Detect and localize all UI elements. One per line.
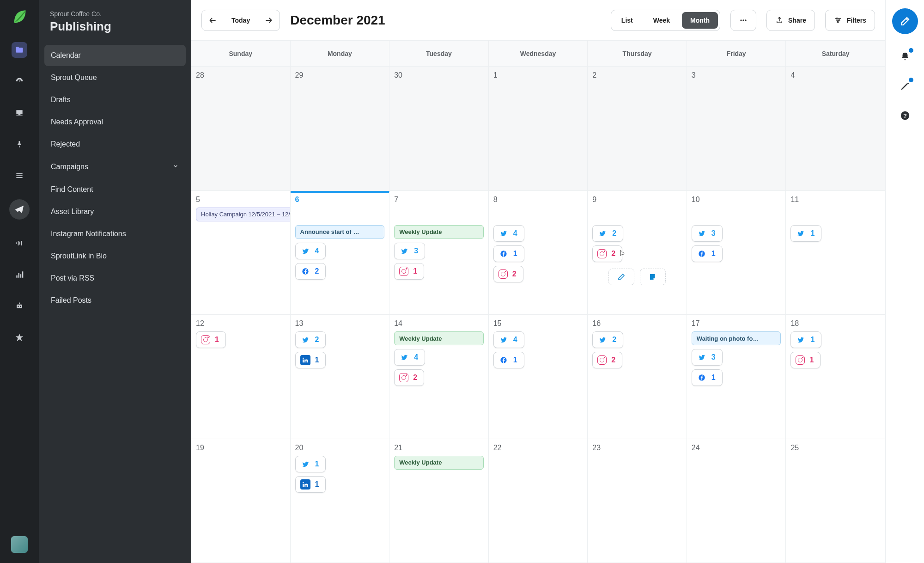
post-count-twitter[interactable]: 3 [692,225,723,242]
calendar-cell[interactable]: 922 [588,191,687,315]
campaign-banner[interactable]: Holiay Campaign 12/5/2021 – 12/11/2021 [196,208,291,221]
sidebar-item-sproutlink-in-bio[interactable]: SproutLink in Bio [44,245,186,267]
calendar-cell[interactable]: 3 [687,67,786,191]
filters-button[interactable]: Filters [825,10,875,31]
share-button[interactable]: Share [766,10,815,31]
pin-icon[interactable] [12,136,27,152]
post-count-instagram[interactable]: 2 [394,369,424,386]
post-count-twitter[interactable]: 4 [493,331,524,348]
calendar-cell[interactable]: 5Holiay Campaign 12/5/2021 – 12/11/2021 [191,191,291,315]
calendar-cell[interactable]: 8412 [489,191,588,315]
sidebar-item-post-via-rss[interactable]: Post via RSS [44,268,186,289]
sidebar-item-asset-library[interactable]: Asset Library [44,201,186,222]
calendar-cell[interactable]: 29 [291,67,390,191]
calendar-cell[interactable]: 2 [588,67,687,191]
post-count-twitter[interactable]: 1 [790,225,821,242]
folder-icon[interactable] [12,42,27,58]
calendar-cell[interactable]: 17Waiting on photo fo…31 [687,315,786,439]
post-count-facebook[interactable]: 1 [692,369,723,386]
paper-plane-icon[interactable] [9,199,30,220]
post-count-linkedin[interactable]: 1 [295,476,326,493]
calendar-cell[interactable]: 14Weekly Update42 [389,315,489,439]
inbox-icon[interactable] [12,105,27,121]
ai-assist-icon[interactable] [898,79,912,93]
user-avatar[interactable] [11,536,28,553]
calendar-note[interactable]: Weekly Update [394,456,484,470]
post-count-instagram[interactable]: 1 [394,263,424,280]
calendar-cell[interactable]: 21Weekly Update [389,439,489,563]
calendar-cell[interactable]: 30 [389,67,489,191]
calendar-cell[interactable]: 24 [687,439,786,563]
post-count-instagram[interactable]: 1 [196,331,226,348]
sidebar-item-needs-approval[interactable]: Needs Approval [44,111,186,133]
sidebar-item-campaigns[interactable]: Campaigns [44,156,186,178]
post-count-twitter[interactable]: 4 [295,243,326,259]
help-icon[interactable]: ? [898,108,912,123]
view-month[interactable]: Month [682,12,718,29]
app-rail [0,0,39,563]
calendar-cell[interactable]: 1541 [489,315,588,439]
calendar-cell[interactable]: 19 [191,439,291,563]
calendar-cell[interactable]: 28 [191,67,291,191]
post-count-twitter[interactable]: 2 [592,331,623,348]
waveform-icon[interactable] [12,235,27,251]
post-count-linkedin[interactable]: 1 [295,352,326,368]
sidebar-item-rejected[interactable]: Rejected [44,134,186,155]
bar-chart-icon[interactable] [12,267,27,282]
post-count-twitter[interactable]: 3 [692,349,723,366]
post-count-instagram[interactable]: 2 [493,266,523,282]
post-count-instagram[interactable]: 1 [790,352,821,368]
add-note-button[interactable] [640,269,666,285]
calendar-note[interactable]: Weekly Update [394,225,484,239]
post-count-instagram[interactable]: 2 [592,352,622,368]
star-icon[interactable] [12,330,27,345]
calendar-cell[interactable]: 1321 [291,315,390,439]
compose-button[interactable] [892,8,918,34]
post-count-twitter[interactable]: 2 [295,331,326,348]
post-count-twitter[interactable]: 4 [394,349,425,366]
calendar-cell[interactable]: 121 [191,315,291,439]
calendar-cell[interactable]: 7Weekly Update31 [389,191,489,315]
sidebar-item-failed-posts[interactable]: Failed Posts [44,290,186,311]
sidebar-item-instagram-notifications[interactable]: Instagram Notifications [44,223,186,245]
compose-in-cell-button[interactable] [608,269,634,285]
sidebar-item-drafts[interactable]: Drafts [44,89,186,110]
calendar-note[interactable]: Waiting on photo fo… [692,331,781,345]
post-count-twitter[interactable]: 1 [295,456,326,472]
view-list[interactable]: List [611,10,643,31]
gauge-icon[interactable] [12,73,27,89]
next-period-button[interactable] [258,16,280,25]
calendar-cell[interactable]: 6Announce start of …42 [291,191,390,315]
sidebar-item-calendar[interactable]: Calendar [44,45,186,66]
calendar-cell[interactable]: 1622 [588,315,687,439]
sidebar-item-sprout-queue[interactable]: Sprout Queue [44,67,186,88]
calendar-cell[interactable]: 4 [786,67,885,191]
notifications-icon[interactable] [898,49,912,64]
calendar-note[interactable]: Weekly Update [394,331,484,345]
calendar-cell[interactable]: 1811 [786,315,885,439]
list-icon[interactable] [12,168,27,184]
post-count-facebook[interactable]: 1 [692,245,723,262]
today-button[interactable]: Today [223,17,258,24]
post-count-facebook[interactable]: 1 [493,352,524,368]
calendar-cell[interactable]: 22 [489,439,588,563]
post-count-facebook[interactable]: 2 [295,263,326,280]
calendar-cell[interactable]: 2011 [291,439,390,563]
view-week[interactable]: Week [643,10,680,31]
calendar-cell[interactable]: 23 [588,439,687,563]
post-count-twitter[interactable]: 1 [790,331,821,348]
calendar-cell[interactable]: 1031 [687,191,786,315]
prev-period-button[interactable] [202,16,223,25]
calendar-cell[interactable]: 111 [786,191,885,315]
post-count-twitter[interactable]: 3 [394,243,425,259]
overflow-button[interactable] [730,10,756,31]
post-count-twitter[interactable]: 4 [493,225,524,242]
calendar-cell[interactable]: 25 [786,439,885,563]
robot-icon[interactable] [12,298,27,314]
post-count-twitter[interactable]: 2 [592,225,623,242]
day-number: 5 [196,196,286,204]
calendar-cell[interactable]: 1 [489,67,588,191]
sidebar-item-find-content[interactable]: Find Content [44,179,186,200]
post-count-facebook[interactable]: 1 [493,245,524,262]
calendar-note[interactable]: Announce start of … [295,225,385,239]
